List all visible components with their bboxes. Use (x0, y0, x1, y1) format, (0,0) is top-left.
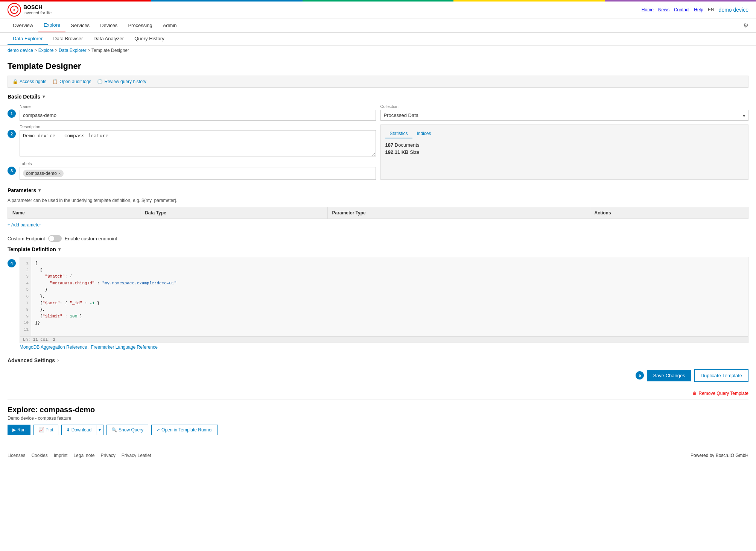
add-parameter-link[interactable]: + Add parameter (8, 222, 41, 228)
action-buttons-wrapper: 5 Save Changes Duplicate Template 🗑 Remo… (8, 369, 748, 396)
label-tag-text: compass-demo (26, 171, 57, 176)
basic-details-header[interactable]: Basic Details ▾ (8, 94, 748, 100)
code-line-10: ]} (35, 320, 176, 326)
explore-section: Explore: compass-demo Demo device - comp… (8, 399, 748, 435)
audit-logs-link[interactable]: 📋 Open audit logs (52, 79, 91, 84)
breadcrumb-device[interactable]: demo device (8, 48, 33, 53)
plot-button[interactable]: 📈 Plot (33, 425, 58, 435)
parameters-section: Parameters ▾ A parameter can be used in … (8, 187, 748, 228)
code-line-8: }, (35, 307, 176, 313)
audit-logs-label: Open audit logs (59, 79, 91, 84)
advanced-settings-row[interactable]: Advanced Settings › (8, 357, 748, 363)
remove-template-link[interactable]: 🗑 Remove Query Template (8, 391, 748, 396)
breadcrumb-current: Template Designer (91, 48, 129, 53)
collection-field-container: Collection Processed Data Raw Data Metri… (380, 104, 749, 121)
help-link[interactable]: Help (694, 7, 703, 12)
footer-cookies[interactable]: Cookies (31, 453, 47, 458)
statistics-box: Statistics Indices 187 Documents 192.11 … (380, 124, 749, 180)
nav-processing[interactable]: Processing (123, 19, 157, 32)
collection-select-wrapper: Processed Data Raw Data Metrics (380, 110, 749, 121)
page-content: Template Designer 🔒 Access rights 📋 Open… (0, 55, 756, 441)
code-editor-inner: 1234567891011 { [ "$match": { "metaData.… (20, 257, 748, 336)
basic-details-grid: 1 Name 2 Description Demo device - compa… (8, 104, 748, 180)
step-5-circle: 5 (636, 371, 644, 379)
access-rights-link[interactable]: 🔒 Access rights (12, 79, 46, 84)
collection-select[interactable]: Processed Data Raw Data Metrics (380, 110, 749, 121)
save-changes-button[interactable]: Save Changes (647, 370, 691, 381)
access-rights-label: Access rights (20, 79, 46, 84)
explore-description: Demo device - compass feature (8, 416, 748, 421)
code-line-1: { (35, 260, 176, 267)
duplicate-template-button[interactable]: Duplicate Template (694, 369, 748, 382)
subnav-query-history[interactable]: Query History (129, 33, 169, 45)
stats-tab-statistics[interactable]: Statistics (385, 129, 412, 138)
subnav-data-browser[interactable]: Data Browser (48, 33, 88, 45)
basic-details-chevron: ▾ (43, 94, 45, 99)
mongodb-ref-link[interactable]: MongoDB Aggregation Reference (20, 345, 87, 350)
nav-devices[interactable]: Devices (95, 19, 123, 32)
footer-licenses[interactable]: Licenses (8, 453, 25, 458)
top-bar-right: Home News Contact Help EN demo device (642, 7, 748, 13)
parameters-title: Parameters (8, 187, 36, 193)
template-definition-chevron: ▾ (58, 247, 61, 252)
footer-links: Licenses Cookies Imprint Legal note Priv… (8, 453, 151, 458)
query-history-label: Review query history (104, 79, 146, 84)
news-link[interactable]: News (658, 7, 669, 12)
name-input[interactable] (20, 110, 376, 121)
open-template-runner-button[interactable]: ↗ Open in Template Runner (151, 425, 218, 435)
code-editor[interactable]: 1234567891011 { [ "$match": { "metaData.… (20, 257, 748, 343)
remove-template-label: Remove Query Template (698, 391, 748, 396)
footer-legal[interactable]: Legal note (73, 453, 94, 458)
nav-admin[interactable]: Admin (158, 19, 182, 32)
stats-size-value: 192.11 KB (385, 149, 409, 155)
params-col-actions: Actions (590, 207, 748, 219)
label-tag-compass-demo: compass-demo × (23, 170, 64, 177)
subnav-data-explorer[interactable]: Data Explorer (8, 33, 48, 45)
custom-endpoint-row: Custom Endpoint Enable custom endpoint (8, 235, 748, 242)
stats-tabs: Statistics Indices (385, 129, 744, 138)
labels-field[interactable]: compass-demo × (20, 167, 376, 180)
nav-explore[interactable]: Explore (38, 18, 65, 32)
params-table-header-row: Name Data Type Parameter Type Actions (8, 207, 748, 219)
breadcrumb-data-explorer[interactable]: Data Explorer (59, 48, 86, 53)
download-dropdown-button[interactable]: ▾ (96, 425, 103, 435)
explore-buttons-row: ▶ Run 📈 Plot ⬇ Download ▾ 🔍 Show Query (8, 425, 748, 435)
name-label: Name (20, 104, 376, 109)
lang-selector[interactable]: EN (708, 7, 714, 12)
custom-endpoint-toggle[interactable] (48, 235, 62, 242)
query-history-link[interactable]: 🕐 Review query history (97, 79, 146, 84)
home-link[interactable]: Home (642, 7, 654, 12)
name-field-row: 1 Name (8, 104, 376, 121)
top-bar-left: B BOSCH Invented for life (8, 3, 52, 17)
brand-name: BOSCH (23, 4, 43, 10)
action-buttons-row: 5 Save Changes Duplicate Template (636, 369, 748, 382)
download-button[interactable]: ⬇ Download (62, 425, 96, 435)
nav-overview[interactable]: Overview (8, 19, 38, 32)
device-label: demo device (719, 7, 748, 13)
code-line-3: "$match": { (35, 273, 176, 280)
lock-icon: 🔒 (12, 79, 18, 84)
labels-field-container: Labels compass-demo × (20, 161, 376, 180)
settings-icon[interactable]: ⚙ (743, 22, 748, 29)
footer-privacy[interactable]: Privacy (100, 453, 115, 458)
stats-tab-indices[interactable]: Indices (412, 129, 436, 138)
template-definition-header[interactable]: Template Definition ▾ (8, 246, 748, 252)
parameters-header[interactable]: Parameters ▾ (8, 187, 748, 193)
parameters-description: A parameter can be used in the underlyin… (8, 198, 748, 203)
run-button[interactable]: ▶ Run (8, 425, 30, 435)
breadcrumb-explore[interactable]: Explore (38, 48, 54, 53)
contact-link[interactable]: Contact (674, 7, 689, 12)
line-numbers: 1234567891011 (20, 257, 31, 336)
show-query-button[interactable]: 🔍 Show Query (106, 425, 148, 435)
footer-imprint[interactable]: Imprint (54, 453, 68, 458)
subnav-data-analyzer[interactable]: Data Analyzer (88, 33, 129, 45)
nav-services[interactable]: Services (65, 19, 95, 32)
plot-icon: 📈 (38, 427, 44, 433)
description-textarea[interactable]: Demo device - compass feature (20, 130, 376, 156)
stats-documents-label: Documents (395, 142, 420, 148)
footer-privacy-leaflet[interactable]: Privacy Leaflet (122, 453, 151, 458)
custom-endpoint-label: Custom Endpoint (8, 236, 45, 241)
freemarker-ref-link[interactable]: Freemarker Language Reference (91, 345, 157, 350)
label-remove-icon[interactable]: × (58, 171, 61, 176)
download-icon: ⬇ (66, 427, 70, 433)
